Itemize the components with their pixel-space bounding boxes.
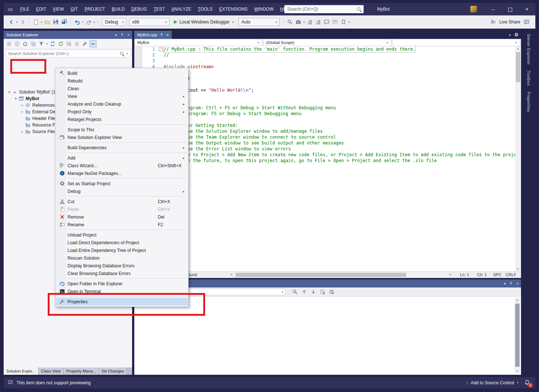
expand-arrow-icon[interactable]: ▼ bbox=[13, 97, 18, 100]
line-ending-indicator[interactable]: CRLF bbox=[506, 272, 516, 277]
expand-arrow-icon[interactable]: ▷ bbox=[20, 104, 25, 107]
context-item-open-folder-in-file-explorer[interactable]: Open Folder in File Explorer bbox=[56, 280, 188, 287]
undo-icon[interactable] bbox=[73, 18, 81, 26]
menu-window[interactable]: WINDOW bbox=[251, 3, 277, 15]
redo-icon[interactable] bbox=[85, 18, 92, 26]
menu-analyze[interactable]: ANALYZE bbox=[168, 3, 194, 15]
redo-caret-icon[interactable]: ▾ bbox=[94, 21, 95, 24]
scroll-right-icon[interactable]: ▸ bbox=[450, 272, 452, 276]
expand-arrow-icon[interactable]: ▷ bbox=[20, 130, 25, 133]
vertical-scrollbar-thumb[interactable] bbox=[515, 304, 520, 367]
editor-vertical-scrollbar[interactable]: ▴ ▾ bbox=[515, 46, 521, 271]
scroll-down-icon[interactable]: ▾ bbox=[514, 369, 520, 373]
collapse-region-icon[interactable]: − bbox=[159, 47, 163, 51]
horizontal-scrollbar-thumb[interactable] bbox=[236, 273, 406, 277]
context-item-rebuild[interactable]: Rebuild bbox=[56, 77, 188, 85]
horizontal-scrollbar[interactable] bbox=[236, 273, 448, 277]
minimize-button[interactable]: – bbox=[485, 3, 502, 15]
indent-increase-icon[interactable] bbox=[314, 18, 322, 26]
sync-with-active-document-icon[interactable] bbox=[49, 40, 56, 47]
uncomment-lines-icon[interactable] bbox=[331, 18, 339, 26]
side-tab-server-explorer[interactable]: Server Explorer bbox=[527, 34, 531, 65]
preview-selected-items-icon[interactable] bbox=[90, 40, 96, 47]
context-item-project-only[interactable]: Project Only▸ bbox=[56, 108, 188, 116]
solution-configurations-dropdown[interactable]: Debug ▾ bbox=[102, 18, 126, 26]
quick-search-box[interactable]: Search (Ctrl+Q) bbox=[284, 5, 364, 13]
context-item-new-solution-explorer-view[interactable]: New Solution Explorer View bbox=[56, 133, 188, 141]
close-button[interactable]: × bbox=[518, 3, 535, 15]
refresh-icon[interactable] bbox=[57, 40, 64, 47]
maximize-button[interactable] bbox=[502, 3, 518, 15]
collapse-all-icon[interactable] bbox=[65, 40, 72, 47]
navigate-backward-caret-icon[interactable]: ▾ bbox=[16, 21, 18, 24]
chevron-down-icon[interactable]: ▾ bbox=[303, 21, 305, 24]
filter-caret-icon[interactable]: ▾ bbox=[46, 42, 48, 45]
find-message-icon[interactable] bbox=[291, 289, 298, 296]
forward-icon[interactable] bbox=[14, 40, 21, 47]
save-all-icon[interactable] bbox=[60, 18, 68, 26]
output-panel-header[interactable]: ▾ × bbox=[134, 279, 521, 287]
context-item-paste[interactable]: PasteCtrl+V bbox=[56, 205, 188, 213]
panel-tab-class-view[interactable]: Class View bbox=[39, 367, 64, 375]
navigate-forward-icon[interactable] bbox=[19, 18, 26, 26]
context-item-rename[interactable]: RenameF2 bbox=[56, 221, 188, 228]
menu-build[interactable]: BUILD bbox=[108, 3, 128, 15]
start-debugging-button[interactable]: Local Windows Debugger ▾ bbox=[171, 19, 237, 25]
goto-next-message-icon[interactable] bbox=[310, 289, 317, 296]
add-to-source-control-button[interactable]: Add to Source Control bbox=[471, 380, 514, 385]
menu-project[interactable]: PROJECT bbox=[81, 3, 108, 15]
context-item-rescan-solution[interactable]: Rescan Solution bbox=[56, 254, 188, 262]
vertical-scrollbar-thumb[interactable] bbox=[516, 52, 520, 82]
context-item-set-as-startup-project[interactable]: Set as Startup Project bbox=[56, 180, 188, 187]
solution-search-input[interactable]: Search Solution Explorer (Ctrl+;) ▾ bbox=[5, 50, 131, 58]
menu-file[interactable]: FILE bbox=[17, 3, 33, 15]
context-item-clean[interactable]: Clean bbox=[56, 85, 188, 92]
pending-changes-filter-icon[interactable] bbox=[38, 40, 45, 47]
find-in-files-icon[interactable] bbox=[286, 18, 294, 26]
context-item-cut[interactable]: CutCtrl+X bbox=[56, 198, 188, 205]
scroll-up-icon[interactable]: ▴ bbox=[515, 47, 521, 50]
context-item-debug[interactable]: Debug▸ bbox=[56, 187, 188, 195]
context-item-retarget-projects[interactable]: Retarget Projects bbox=[56, 116, 188, 123]
pin-icon[interactable] bbox=[509, 281, 513, 286]
context-item-load-direct-dependencies-of-project[interactable]: Load Direct Dependencies of Project bbox=[56, 239, 188, 246]
context-item-add[interactable]: Add▸ bbox=[56, 154, 188, 162]
navigate-backward-icon[interactable] bbox=[7, 18, 15, 26]
solution-platforms-dropdown[interactable]: x86 ▾ bbox=[129, 18, 170, 26]
user-avatar[interactable] bbox=[470, 6, 477, 12]
expand-arrow-icon[interactable]: ▼ bbox=[7, 91, 12, 94]
context-item-remove[interactable]: RemoveDel bbox=[56, 213, 188, 221]
search-options-caret-icon[interactable]: ▾ bbox=[127, 52, 128, 55]
editor-options-gear-icon[interactable] bbox=[514, 32, 519, 38]
output-vertical-scrollbar[interactable]: ▴ ▾ bbox=[514, 298, 520, 373]
expand-arrow-icon[interactable]: ▷ bbox=[20, 110, 25, 114]
switch-views-icon[interactable] bbox=[30, 40, 37, 47]
editor-tab-mybot-cpp[interactable]: MyBot.cpp × bbox=[134, 31, 172, 39]
menu-edit[interactable]: EDIT bbox=[33, 3, 49, 15]
context-item-clear-browsing-database-errors[interactable]: Clear Browsing Database Errors bbox=[56, 270, 188, 277]
toggle-bookmark-icon[interactable] bbox=[340, 18, 347, 26]
context-item-build[interactable]: Build bbox=[56, 69, 188, 77]
menu-tools[interactable]: TOOLS bbox=[194, 3, 216, 15]
nav-project-dropdown[interactable]: MyBot ▾ bbox=[134, 39, 262, 46]
nav-member-dropdown[interactable]: ▾ bbox=[392, 39, 520, 46]
context-item-scope-to-this[interactable]: Scope to This bbox=[56, 126, 188, 133]
context-item-analyze-and-code-cleanup[interactable]: Analyze and Code Cleanup▸ bbox=[56, 100, 188, 108]
live-share-icon[interactable] bbox=[489, 18, 497, 26]
comment-lines-icon[interactable] bbox=[323, 18, 331, 26]
panel-tab-solution-explo[interactable]: Solution Explo... bbox=[4, 367, 39, 375]
menu-extensions[interactable]: EXTENSIONS bbox=[216, 3, 251, 15]
undo-caret-icon[interactable]: ▾ bbox=[82, 21, 84, 24]
notifications-button[interactable]: 1 bbox=[524, 380, 531, 386]
panel-tab-property-mana[interactable]: Property Mana... bbox=[64, 367, 99, 375]
close-tab-icon[interactable]: × bbox=[166, 33, 169, 37]
nav-scope-dropdown[interactable]: (Global Scope) ▾ bbox=[263, 39, 391, 46]
pin-tab-icon[interactable] bbox=[160, 33, 164, 37]
indent-decrease-icon[interactable] bbox=[306, 18, 314, 26]
menu-debug[interactable]: DEBUG bbox=[128, 3, 150, 15]
context-item-load-entire-dependency-tree-of-project[interactable]: Load Entire Dependency Tree of Project bbox=[56, 246, 188, 254]
auto-dropdown[interactable]: Auto ▾ bbox=[238, 18, 280, 26]
side-tab-properties[interactable]: Properties bbox=[527, 92, 531, 112]
menu-view[interactable]: VIEW bbox=[50, 3, 68, 15]
pin-icon[interactable] bbox=[120, 33, 124, 37]
